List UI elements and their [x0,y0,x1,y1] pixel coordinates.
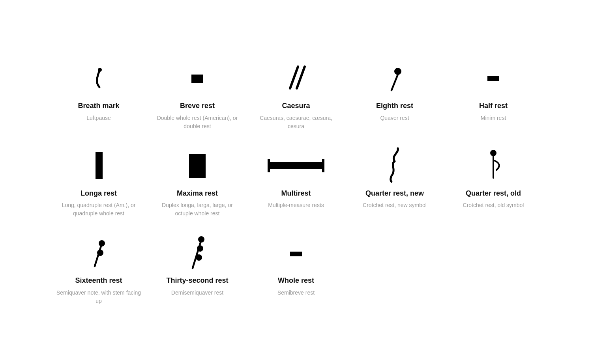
eighth-rest-alt: Quaver rest [380,114,409,122]
symbol-area-maxima-rest [184,146,211,186]
quarter-rest-old-alt: Crotchet rest, old symbol [463,201,524,209]
svg-rect-9 [268,162,324,169]
symbol-area-eighth-rest [383,59,407,98]
longa-rest-icon [87,148,111,184]
svg-rect-6 [487,76,499,81]
quarter-rest-old-name: Quarter rest, old [466,189,521,198]
quarter-rest-new-icon [383,146,407,186]
maxima-rest-name: Maxima rest [177,189,218,198]
half-rest-alt: Minim rest [481,114,506,122]
cell-breve-rest: Breve rest Double whole rest (American),… [154,59,241,130]
caesura-name: Caesura [282,101,310,110]
cell-whole-rest: Whole rest Semibreve rest [253,233,339,305]
whole-rest-icon [284,245,308,261]
half-rest-icon [481,71,505,86]
cell-half-rest: Half rest Minim rest [450,59,537,130]
symbol-area-breve-rest [185,59,209,98]
whole-rest-name: Whole rest [278,276,314,285]
svg-point-15 [99,240,105,246]
svg-rect-8 [189,154,206,178]
symbol-area-breath-mark [87,59,111,98]
svg-rect-1 [191,75,203,83]
cell-thirty-second-rest: Thirty-second rest Demisemiquaver rest [154,233,241,305]
symbol-area-quarter-rest-old [481,146,505,186]
svg-point-0 [98,68,102,72]
sixteenth-rest-alt: Semiquaver note, with stem facing up [55,289,142,305]
eighth-rest-icon [383,63,407,94]
svg-rect-10 [268,159,270,172]
svg-point-18 [198,236,204,243]
multirest-alt: Multiple-measure rests [268,201,324,209]
breve-rest-icon [185,67,209,90]
svg-rect-22 [290,252,302,256]
symbol-area-multirest [264,146,328,186]
symbol-area-half-rest [481,59,505,98]
whole-rest-alt: Semibreve rest [277,289,315,297]
cell-caesura: Caesura Caesuras, caesurae, cæsura, cesu… [253,59,339,130]
cell-longa-rest: Longa rest Long, quadruple rest (Am.), o… [55,146,142,218]
cell-quarter-rest-old: Quarter rest, old Crotchet rest, old sym… [450,146,537,218]
thirty-second-rest-alt: Demisemiquaver rest [171,289,223,297]
symbol-area-longa-rest [87,146,111,186]
cell-multirest: Multirest Multiple-measure rests [253,146,339,218]
svg-point-14 [490,150,496,156]
breve-rest-alt: Double whole rest (American), or double … [154,114,241,131]
cell-quarter-rest-new: Quarter rest, new Crotchet rest, new sym… [351,146,438,218]
quarter-rest-new-name: Quarter rest, new [365,189,424,198]
breath-mark-icon [87,63,111,94]
quarter-rest-new-alt: Crotchet rest, new symbol [363,201,427,209]
breath-mark-name: Breath mark [78,101,119,110]
maxima-rest-alt: Duplex longa, larga, large, or octuple w… [154,201,241,218]
symbol-area-thirty-second-rest [185,233,209,273]
multirest-icon [264,154,328,178]
cell-maxima-rest: Maxima rest Duplex longa, larga, large, … [154,146,241,218]
cell-eighth-rest: Eighth rest Quaver rest [351,59,438,130]
caesura-icon [280,63,312,94]
half-rest-name: Half rest [479,101,508,110]
sixteenth-rest-name: Sixteenth rest [75,276,122,285]
maxima-rest-icon [184,148,211,184]
symbol-area-sixteenth-rest [87,233,111,273]
sixteenth-rest-icon [87,235,111,271]
cell-breath-mark: Breath mark Luftpause [55,59,142,130]
caesura-alt: Caesuras, caesurae, cæsura, cesura [253,114,339,131]
multirest-name: Multirest [281,189,311,198]
thirty-second-rest-name: Thirty-second rest [166,276,228,285]
breve-rest-name: Breve rest [180,101,215,110]
symbol-area-quarter-rest-new [383,146,407,186]
svg-rect-11 [322,159,324,172]
longa-rest-name: Longa rest [81,189,117,198]
svg-line-17 [95,246,101,266]
longa-rest-alt: Long, quadruple rest (Am.), or quadruple… [55,201,142,218]
svg-rect-7 [96,152,103,179]
symbol-area-caesura [280,59,312,98]
symbols-grid: Breath mark Luftpause Breve rest Double … [32,43,560,321]
symbol-area-whole-rest [284,233,308,273]
breath-mark-alt: Luftpause [86,114,111,122]
svg-line-5 [392,75,398,90]
thirty-second-rest-icon [185,233,209,273]
quarter-rest-old-icon [481,148,505,184]
cell-sixteenth-rest: Sixteenth rest Semiquaver note, with ste… [55,233,142,305]
eighth-rest-name: Eighth rest [376,101,413,110]
